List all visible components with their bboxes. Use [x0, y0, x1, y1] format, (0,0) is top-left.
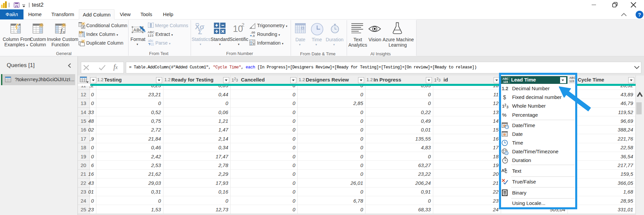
svg-text:123: 123 — [148, 34, 154, 37]
svg-text:3: 3 — [84, 35, 85, 38]
svg-text:2: 2 — [242, 22, 244, 28]
svg-text:Σ: Σ — [198, 28, 202, 35]
svg-text:abc: abc — [148, 39, 153, 43]
svg-text:.0: .0 — [252, 34, 255, 37]
svg-text:3: 3 — [250, 43, 252, 46]
svg-text:x: x — [62, 29, 65, 34]
